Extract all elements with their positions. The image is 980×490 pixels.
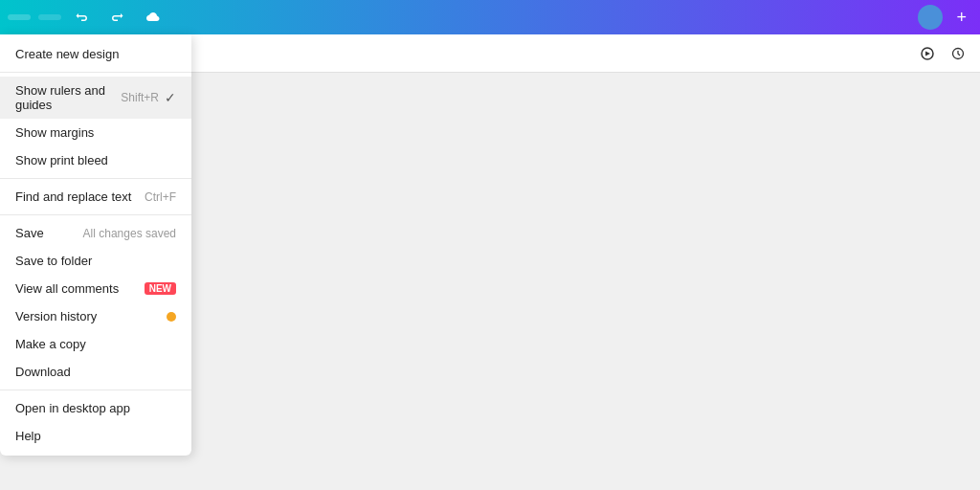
menu-item-save-to-folder[interactable]: Save to folder <box>0 247 191 275</box>
menu-item-show-rulers[interactable]: Show rulers and guides Shift+R ✓ <box>0 77 191 119</box>
menu-divider-1 <box>0 72 191 73</box>
menu-item-open-desktop[interactable]: Open in desktop app <box>0 394 191 422</box>
version-history-dot <box>167 312 176 322</box>
menu-item-download[interactable]: Download <box>0 358 191 386</box>
plus-button[interactable]: + <box>950 6 972 30</box>
header-bar: + <box>0 0 980 34</box>
menu-item-create-new-design[interactable]: Create new design <box>0 40 191 68</box>
file-button[interactable] <box>8 14 31 20</box>
show-rulers-shortcut: Shift+R <box>121 91 159 104</box>
show-rulers-check: ✓ <box>165 90 176 105</box>
menu-divider-4 <box>0 390 191 390</box>
file-dropdown-menu: Create new design Show rulers and guides… <box>0 34 191 456</box>
menu-divider-2 <box>0 178 191 179</box>
menu-item-find-replace[interactable]: Find and replace text Ctrl+F <box>0 183 191 211</box>
svg-marker-1 <box>925 51 930 56</box>
menu-item-view-comments[interactable]: View all comments NEW <box>0 275 191 302</box>
menu-item-make-copy[interactable]: Make a copy <box>0 330 191 358</box>
new-badge: NEW <box>145 282 176 295</box>
resize-button[interactable] <box>38 14 61 20</box>
menu-item-show-print-bleed[interactable]: Show print bleed <box>0 146 191 174</box>
menu-item-help[interactable]: Help <box>0 422 191 450</box>
cloud-button[interactable] <box>138 8 167 27</box>
time-button[interactable] <box>951 47 969 60</box>
find-replace-shortcut: Ctrl+F <box>145 190 176 204</box>
header-left <box>8 8 167 27</box>
menu-divider-3 <box>0 214 191 215</box>
avatar[interactable] <box>918 5 943 30</box>
header-right: + <box>910 5 972 30</box>
redo-button[interactable] <box>103 8 130 27</box>
animate-button[interactable] <box>920 46 940 61</box>
save-status: All changes saved <box>83 227 176 240</box>
menu-item-show-margins[interactable]: Show margins <box>0 119 191 146</box>
undo-button[interactable] <box>69 8 96 27</box>
menu-item-version-history[interactable]: Version history <box>0 302 191 330</box>
menu-item-save[interactable]: Save All changes saved <box>0 219 191 247</box>
